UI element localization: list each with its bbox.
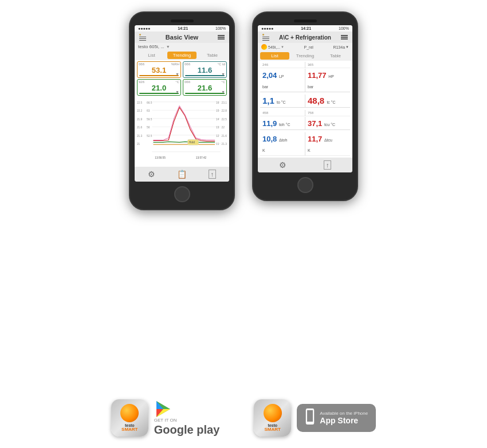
battery-left: 100% bbox=[215, 26, 226, 30]
appstore-phone-icon bbox=[305, 408, 315, 427]
tab-trending-right[interactable]: Trending bbox=[290, 52, 320, 60]
google-play-icon bbox=[154, 400, 172, 418]
export-btn-left[interactable]: ↑ bbox=[209, 170, 217, 179]
cell-arrow-rh: ▼ bbox=[175, 72, 179, 76]
get-it-on-label: GET IT ON bbox=[154, 418, 219, 423]
bottom-toolbar-left: ⚙ 📋 ↑ bbox=[135, 167, 229, 182]
menu-right-icon-right[interactable] bbox=[341, 35, 348, 40]
svg-text:22.2: 22.2 bbox=[137, 109, 143, 112]
time-right: 14:21 bbox=[301, 26, 311, 30]
rc-num-hp: 365 bbox=[308, 63, 348, 66]
refrig-cell-hp-num: 365 bbox=[305, 62, 350, 68]
rc-value-to: 1,1 bbox=[262, 96, 277, 105]
left-phone: ●●●●● 14:21 100% Basic View bbox=[129, 11, 235, 210]
google-play-badge[interactable]: GET IT ON Google play bbox=[154, 400, 219, 436]
status-bar-left: ●●●●● 14:21 100% bbox=[135, 25, 229, 32]
refrig-cell-toh-num: 458 bbox=[260, 110, 305, 116]
tab-table-left[interactable]: Table bbox=[198, 52, 227, 59]
rc-value-tcu: 37,1 bbox=[308, 119, 324, 128]
left-phone-screen: ●●●●● 14:21 100% Basic View bbox=[135, 25, 229, 182]
svg-text:21.3: 21.3 bbox=[222, 143, 227, 146]
refrig-area: 246 365 2,04 LPbar 11,77 HPbar bbox=[258, 61, 352, 158]
cell-unit-rh: %RH bbox=[171, 62, 179, 66]
tabs-right: List Trending Table bbox=[258, 51, 352, 61]
right-phone: ●●●●● 14:21 100% A\C + Refrigeration bbox=[252, 11, 358, 201]
svg-rect-39 bbox=[307, 410, 313, 422]
status-bar-right: ●●●●● 14:21 100% bbox=[258, 25, 352, 32]
signal-dots-right: ●●●●● bbox=[261, 26, 273, 30]
menu-left-icon-right[interactable] bbox=[262, 34, 269, 41]
phone-speaker-left bbox=[171, 19, 194, 22]
svg-text:14: 14 bbox=[216, 118, 219, 121]
measure-area-left: 066 %RH 53.1 ▼ 066 °C td 11.6 ▼ bbox=[135, 60, 229, 98]
underline-td bbox=[185, 75, 225, 76]
save-btn-left[interactable]: 📋 bbox=[177, 170, 187, 179]
rc-value-toh: 11,9 bbox=[262, 119, 279, 128]
svg-text:52.5: 52.5 bbox=[147, 135, 152, 137]
phone-bottom-bar-right bbox=[258, 177, 352, 193]
cell-value-rh: 53.1 bbox=[139, 66, 179, 74]
settings-btn-left[interactable]: ⚙ bbox=[148, 170, 155, 179]
right-phone-screen: ●●●●● 14:21 100% A\C + Refrigeration bbox=[258, 25, 352, 172]
underline-temp1 bbox=[139, 93, 179, 94]
tab-trending-left[interactable]: Trending bbox=[167, 52, 197, 59]
tab-table-right[interactable]: Table bbox=[321, 52, 350, 60]
app-title-right: A\C + Refrigeration bbox=[279, 34, 331, 41]
cell-id-temp2: 066 bbox=[184, 80, 190, 84]
tab-list-right[interactable]: List bbox=[260, 52, 289, 60]
refrig-row-4: 10,8 ΔtohK 11,7 ΔtcuK bbox=[260, 132, 350, 156]
refrigerant-selector[interactable]: R134a ▼ bbox=[333, 45, 349, 49]
google-play-name: Google play bbox=[154, 423, 219, 436]
testo-smart-left: SMART bbox=[121, 427, 138, 432]
sensor-indicator: 549i,... ▼ bbox=[261, 44, 284, 50]
refrig-cell-toh: 11,9 toh °C bbox=[260, 117, 305, 130]
rc-num-lp: 246 bbox=[262, 63, 303, 66]
export-btn-right[interactable]: ↑ bbox=[324, 160, 332, 170]
app-store-group: testo SMART Available on the iPhone App … bbox=[254, 399, 376, 437]
tab-list-left[interactable]: List bbox=[137, 52, 166, 59]
google-play-text: GET IT ON Google play bbox=[154, 418, 219, 436]
home-button-left[interactable] bbox=[174, 186, 190, 202]
refrigerant-arrow: ▼ bbox=[345, 45, 349, 49]
home-button-right[interactable] bbox=[297, 177, 313, 193]
phone-speaker-right bbox=[294, 19, 317, 22]
svg-text:21.9: 21.9 bbox=[137, 118, 143, 121]
refrigerant-value: R134a bbox=[333, 45, 345, 49]
svg-text:13:57:42: 13:57:42 bbox=[196, 156, 207, 159]
refrig-cell-tcu-num: 758 bbox=[305, 110, 350, 116]
cell-arrow-temp1: ▼ bbox=[175, 90, 179, 94]
sensor-arrow: ▼ bbox=[281, 45, 284, 49]
refrig-cell-dtoh: 10,8 ΔtohK bbox=[260, 132, 305, 156]
app-title-left: Basic View bbox=[166, 34, 198, 41]
cell-arrow-td: ▼ bbox=[221, 72, 225, 76]
testo-icon-right[interactable]: testo SMART bbox=[254, 399, 291, 437]
svg-text:63: 63 bbox=[147, 109, 150, 112]
battery-right: 100% bbox=[339, 26, 349, 30]
rc-unit-tc: tc °C bbox=[327, 100, 335, 104]
menu-left-icon[interactable] bbox=[139, 34, 146, 41]
svg-text:16: 16 bbox=[216, 101, 219, 104]
testo-icon-left[interactable]: testo SMART bbox=[111, 399, 148, 437]
cell-temp2: 066 °C 21.6 ▼ bbox=[183, 79, 227, 96]
google-play-group: testo SMART GET IT ON Google play bbox=[111, 399, 219, 437]
svg-text:21.6: 21.6 bbox=[137, 126, 143, 129]
rc-unit-to: to °C bbox=[277, 100, 286, 104]
svg-text:66.5: 66.5 bbox=[147, 101, 152, 104]
chart-svg-left: 22.5 22.2 21.9 21.6 21.3 21 23.1 22.8 22… bbox=[136, 99, 228, 166]
menu-right-icon[interactable] bbox=[218, 35, 225, 40]
refrig-row-1b: 2,04 LPbar 11,77 HPbar bbox=[260, 69, 350, 92]
settings-btn-right[interactable]: ⚙ bbox=[279, 160, 286, 170]
cell-rh: 066 %RH 53.1 ▼ bbox=[137, 61, 181, 78]
refrig-row-3: 11,9 toh °C 37,1 tcu °C bbox=[260, 117, 350, 130]
cell-id-temp1: 926 bbox=[139, 80, 144, 84]
svg-text:21.6: 21.6 bbox=[222, 135, 227, 137]
testo-ball-right bbox=[264, 404, 282, 422]
rc-value-dtcu: 11,7 bbox=[308, 135, 324, 143]
rc-value-tc: 48,8 bbox=[308, 96, 327, 105]
refrig-cell-hp: 11,77 HPbar bbox=[305, 69, 350, 92]
refrig-row-1: 246 365 bbox=[260, 62, 350, 68]
app-store-badge[interactable]: Available on the iPhone App Store bbox=[297, 404, 376, 432]
testo-smart-right: SMART bbox=[265, 427, 281, 432]
cell-value-temp1: 21.0 bbox=[139, 84, 179, 92]
device-row-left[interactable]: testo 605i, ... ▼ bbox=[135, 43, 229, 50]
